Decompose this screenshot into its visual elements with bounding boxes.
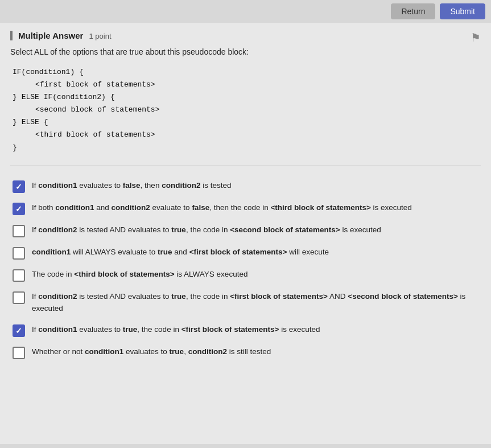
option-checkbox-3[interactable] [13,225,25,237]
return-button[interactable]: Return [391,3,435,19]
question-type: Multiple Answer [18,31,83,40]
code-block: IF(condition1) { <first block of stateme… [10,66,481,154]
option-item: If condition2 is tested AND evaluates to… [10,286,481,319]
option-text-7: If condition1 evaluates to true, the cod… [32,324,478,336]
option-checkbox-7[interactable] [13,324,25,337]
options-list: If condition1 evaluates to false, then c… [10,175,481,364]
option-item: If condition1 evaluates to true, the cod… [10,319,481,342]
option-checkbox-6[interactable] [13,291,25,304]
option-checkbox-4[interactable] [13,247,25,260]
top-bar: Return Submit [0,0,491,23]
option-item: The code in <third block of statements> … [10,264,481,286]
option-checkbox-8[interactable] [13,347,25,359]
option-text-4: condition1 will ALWAYS evaluate to true … [32,246,478,258]
option-checkbox-5[interactable] [13,269,25,282]
option-text-1: If condition1 evaluates to false, then c… [32,180,478,192]
option-checkbox-1[interactable] [13,180,25,193]
flag-icon[interactable]: ⚑ [471,31,481,44]
option-text-5: The code in <third block of statements> … [32,269,478,281]
divider [10,166,481,166]
option-text-2: If both condition1 and condition2 evalua… [32,202,478,214]
question-points: 1 point [89,32,111,40]
question-header: Multiple Answer 1 point [10,31,481,40]
option-item: condition1 will ALWAYS evaluate to true … [10,242,481,264]
option-item: If both condition1 and condition2 evalua… [10,198,481,220]
question-container: Multiple Answer 1 point ⚑ Select ALL of … [0,23,491,444]
option-item: If condition1 evaluates to false, then c… [10,175,481,198]
option-text-6: If condition2 is tested AND evaluates to… [32,291,478,315]
question-text: Select ALL of the options that are true … [10,46,481,58]
option-checkbox-2[interactable] [13,203,25,215]
option-item: Whether or not condition1 evaluates to t… [10,342,481,364]
submit-button[interactable]: Submit [440,3,485,19]
option-item: If condition2 is tested AND evaluates to… [10,220,481,242]
option-text-3: If condition2 is tested AND evaluates to… [32,224,478,236]
option-text-8: Whether or not condition1 evaluates to t… [32,346,478,358]
